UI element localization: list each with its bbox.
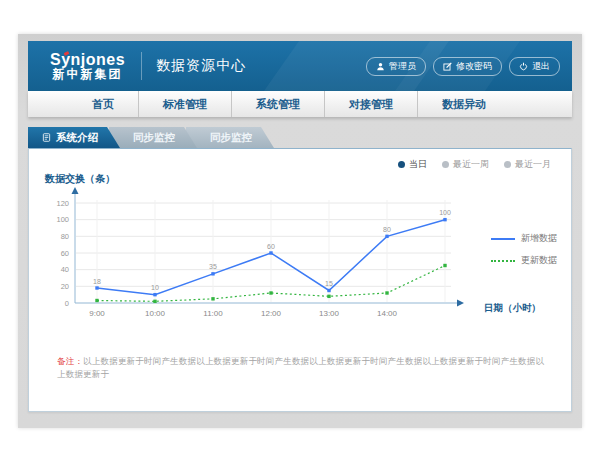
logo-subtitle: 新中新集团 [50, 68, 125, 81]
logout-button-label: 退出 [532, 60, 550, 73]
legend-line-solid-icon [491, 238, 515, 240]
svg-text:60: 60 [61, 249, 69, 258]
tab-sync-monitor-2-label: 同步监控 [210, 131, 252, 145]
radio-dot-icon [504, 161, 511, 168]
change-password-button[interactable]: 修改密码 [433, 57, 502, 76]
radio-dot-icon [398, 161, 405, 168]
nav-item-home[interactable]: 首页 [68, 91, 138, 117]
svg-text:0: 0 [65, 299, 69, 308]
tab-sync-monitor-1-label: 同步监控 [133, 131, 175, 145]
footnote-label: 备注： [57, 356, 83, 366]
svg-text:11:00: 11:00 [203, 309, 223, 318]
legend-line-dotted-icon [491, 260, 515, 262]
app-title: 数据资源中心 [156, 57, 246, 75]
svg-text:80: 80 [383, 226, 391, 233]
filter-last-month-label: 最近一月 [515, 158, 551, 171]
legend-item-updated-data-label: 更新数据 [521, 254, 557, 267]
logout-button[interactable]: 退出 [509, 57, 560, 76]
edit-icon [443, 62, 452, 71]
svg-text:10:00: 10:00 [145, 309, 166, 318]
app-header: Synjones 新中新集团 数据资源中心 管理员 修改密码 [28, 41, 572, 91]
filter-today[interactable]: 当日 [398, 158, 427, 171]
chart-x-axis-label: 日期（小时） [484, 302, 541, 315]
svg-text:100: 100 [56, 215, 69, 224]
filter-last-week-label: 最近一周 [453, 158, 489, 171]
legend-item-new-data-label: 新增数据 [521, 232, 557, 245]
nav-item-standard-mgmt[interactable]: 标准管理 [138, 91, 231, 117]
time-range-filter: 当日 最近一周 最近一月 [398, 158, 551, 171]
main-nav: 首页 标准管理 系统管理 对接管理 数据异动 [28, 91, 572, 117]
svg-text:18: 18 [93, 278, 101, 285]
logo: Synjones 新中新集团 [50, 51, 125, 82]
footnote-text: 以上数据更新于时间产生数据以上数据更新于时间产生数据以上数据更新于时间产生数据以… [57, 356, 544, 379]
content-panel: 当日 最近一周 最近一月 数据交换（条） 0204060801001209:00… [28, 148, 572, 412]
svg-text:80: 80 [61, 232, 69, 241]
nav-item-data-change[interactable]: 数据异动 [417, 91, 510, 117]
tab-bar: 系统介绍 同步监控 同步监控 [28, 127, 274, 148]
legend-item-updated-data[interactable]: 更新数据 [491, 254, 557, 267]
document-icon [42, 132, 51, 144]
exchange-chart: 0204060801001209:0010:0011:0012:0013:001… [41, 185, 473, 323]
logo-wordmark: Synjones [50, 51, 125, 69]
power-icon [519, 62, 528, 71]
tab-system-intro-label: 系统介绍 [56, 131, 98, 145]
chart-legend: 新增数据 更新数据 [491, 232, 557, 276]
filter-today-label: 当日 [409, 158, 427, 171]
svg-text:12:00: 12:00 [261, 309, 282, 318]
footnote: 备注：以上数据更新于时间产生数据以上数据更新于时间产生数据以上数据更新于时间产生… [57, 355, 549, 381]
svg-text:20: 20 [61, 282, 69, 291]
tab-sync-monitor-1[interactable]: 同步监控 [109, 127, 197, 148]
svg-text:35: 35 [209, 263, 217, 270]
user-icon [376, 62, 385, 71]
tab-system-intro[interactable]: 系统介绍 [28, 127, 120, 148]
filter-last-week[interactable]: 最近一周 [442, 158, 489, 171]
user-toolbar: 管理员 修改密码 退出 [366, 57, 560, 76]
svg-text:10: 10 [151, 284, 159, 291]
svg-text:15: 15 [325, 280, 333, 287]
chart-y-axis-title: 数据交换（条） [45, 172, 115, 186]
filter-last-month[interactable]: 最近一月 [504, 158, 551, 171]
nav-item-system-mgmt[interactable]: 系统管理 [231, 91, 324, 117]
svg-text:60: 60 [267, 243, 275, 250]
legend-item-new-data[interactable]: 新增数据 [491, 232, 557, 245]
svg-text:14:00: 14:00 [377, 309, 398, 318]
nav-item-interface-mgmt[interactable]: 对接管理 [324, 91, 417, 117]
page-background: Synjones 新中新集团 数据资源中心 管理员 修改密码 [18, 34, 582, 428]
header-divider [141, 52, 142, 80]
radio-dot-icon [442, 161, 449, 168]
admin-button[interactable]: 管理员 [366, 57, 426, 76]
svg-text:120: 120 [56, 199, 69, 208]
svg-text:9:00: 9:00 [89, 309, 105, 318]
svg-text:100: 100 [439, 209, 451, 216]
admin-button-label: 管理员 [389, 60, 416, 73]
change-password-button-label: 修改密码 [456, 60, 492, 73]
svg-text:40: 40 [61, 265, 69, 274]
svg-text:13:00: 13:00 [319, 309, 340, 318]
tab-sync-monitor-2[interactable]: 同步监控 [186, 127, 274, 148]
